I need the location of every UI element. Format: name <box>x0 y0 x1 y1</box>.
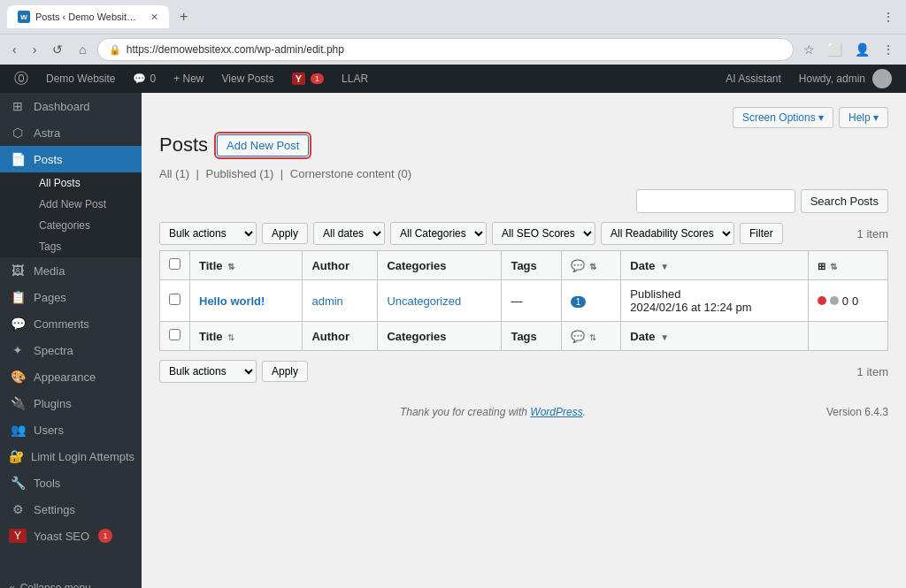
sidebar-item-users[interactable]: 👥 Users <box>0 416 142 443</box>
sidebar-item-tools[interactable]: 🔧 Tools <box>0 470 142 496</box>
all-posts-label: All Posts <box>39 177 81 189</box>
post-category-link[interactable]: Uncategorized <box>387 294 461 308</box>
reload-button[interactable]: ↺ <box>47 39 68 60</box>
search-posts-button[interactable]: Search Posts <box>801 189 888 213</box>
check-all-checkbox[interactable] <box>169 258 180 270</box>
check-all-column <box>160 251 190 280</box>
admin-bar-howdy[interactable]: Howdy, admin <box>790 65 901 93</box>
all-dates-select[interactable]: All dates <box>313 222 385 245</box>
sidebar-item-all-posts[interactable]: All Posts <box>32 172 142 194</box>
sidebar-item-tags[interactable]: Tags <box>32 236 142 257</box>
post-author-link[interactable]: admin <box>311 294 342 308</box>
browser-tab[interactable]: W Posts ‹ Demo Website — Wo... ✕ <box>7 5 169 28</box>
date-column-header[interactable]: Date ▼ <box>621 251 809 280</box>
comment-count-badge[interactable]: 1 <box>571 296 587 308</box>
sidebar-item-add-new-post[interactable]: Add New Post <box>32 194 142 215</box>
sidebar-limit-login-label: Limit Login Attempts <box>31 450 134 463</box>
tags-column-header: Tags <box>502 251 561 280</box>
browser-menu-icon[interactable]: ⋮ <box>878 6 899 27</box>
back-button[interactable]: ‹ <box>7 39 22 60</box>
sidebar-spectra-label: Spectra <box>34 344 73 357</box>
sidebar-item-yoast-seo[interactable]: Y Yoast SEO 1 <box>0 523 142 549</box>
sep2: | <box>280 167 287 180</box>
profile-icon[interactable]: 👤 <box>850 39 874 60</box>
sidebar-item-plugins[interactable]: 🔌 Plugins <box>0 390 142 416</box>
admin-bar-new[interactable]: + New <box>165 65 212 93</box>
filter-button[interactable]: Filter <box>740 223 783 244</box>
post-title-link[interactable]: Hello world! <box>199 294 265 308</box>
sidebar-item-posts[interactable]: 📄 Posts <box>0 146 142 172</box>
all-posts-filter[interactable]: All (1) <box>159 167 193 180</box>
all-seo-scores-select[interactable]: All SEO Scores <box>492 222 595 245</box>
sidebar-posts-label: Posts <box>34 153 63 166</box>
sidebar-item-limit-login[interactable]: 🔐 Limit Login Attempts <box>0 443 142 470</box>
sidebar-item-spectra[interactable]: ✦ Spectra <box>0 337 142 363</box>
top-controls: Screen Options ▾ Help ▾ <box>159 107 888 128</box>
bookmark-icon[interactable]: ☆ <box>799 39 819 60</box>
sidebar-pages-label: Pages <box>34 291 66 304</box>
page-title: Posts <box>159 134 208 157</box>
users-icon: 👥 <box>9 423 27 437</box>
close-tab-icon[interactable]: ✕ <box>150 11 158 23</box>
search-input[interactable] <box>636 189 795 213</box>
bulk-apply-bottom-button[interactable]: Apply <box>262 361 308 382</box>
footer-tags-label: Tags <box>511 330 536 343</box>
bulk-actions-bottom-select[interactable]: Bulk actions <box>159 360 257 383</box>
astra-icon: ⬡ <box>9 126 27 140</box>
llar-label: LLAR <box>342 73 368 85</box>
footer-date-cell[interactable]: Date ▼ <box>621 322 809 351</box>
author-header-label: Author <box>311 259 349 272</box>
all-readability-select[interactable]: All Readability Scores <box>601 222 734 245</box>
sidebar-item-media[interactable]: 🖼 Media <box>0 257 142 284</box>
comments-header-icon: 💬 <box>571 259 585 272</box>
published-filter[interactable]: Published (1) <box>206 167 277 180</box>
address-bar[interactable]: 🔒 https://demowebsitexx.com/wp-admin/edi… <box>97 38 794 61</box>
published-count: (1) <box>259 167 273 180</box>
footer-title-cell[interactable]: Title ⇅ <box>190 322 303 351</box>
bulk-apply-button[interactable]: Apply <box>262 223 308 244</box>
row-categories-cell: Uncategorized <box>378 280 502 322</box>
categories-header-label: Categories <box>387 259 446 272</box>
sidebar-collapse-button[interactable]: « Collapse menu <box>0 573 142 588</box>
comment-bubble-icon: 💬 <box>133 73 146 85</box>
footer-check-all[interactable] <box>169 329 180 340</box>
footer-author-cell: Author <box>303 322 378 351</box>
forward-button[interactable]: › <box>27 39 42 60</box>
cornerstone-filter[interactable]: Cornerstone content (0) <box>290 167 411 180</box>
tab-groups-icon[interactable]: ⬜ <box>823 39 847 60</box>
title-column-header[interactable]: Title ⇅ <box>190 251 303 280</box>
all-categories-select[interactable]: All Categories <box>390 222 487 245</box>
site-name-text: Demo Website <box>46 73 115 85</box>
author-column-header: Author <box>303 251 378 280</box>
posts-table: Title ⇅ Author Categories Tags <box>159 250 888 351</box>
admin-bar-ai-assistant[interactable]: AI Assistant <box>717 65 790 93</box>
sidebar-item-pages[interactable]: 📋 Pages <box>0 284 142 310</box>
sidebar-item-categories[interactable]: Categories <box>32 215 142 236</box>
extensions-icon[interactable]: ⋮ <box>878 39 899 60</box>
wordpress-link[interactable]: WordPress <box>530 406 582 418</box>
help-button[interactable]: Help ▾ <box>839 107 888 128</box>
count-value-1: 0 <box>842 294 848 308</box>
yoast-seo-icon: Y <box>9 529 27 543</box>
admin-bar-site-name[interactable]: Demo Website <box>37 65 124 93</box>
sidebar-item-settings[interactable]: ⚙ Settings <box>0 496 142 523</box>
published-label: Published <box>206 167 257 180</box>
sidebar-item-dashboard[interactable]: ⊞ Dashboard <box>0 93 142 119</box>
admin-bar-comments[interactable]: 💬 0 <box>124 65 165 93</box>
new-tab-button[interactable]: + <box>174 7 193 27</box>
sidebar-posts-submenu: All Posts Add New Post Categories Tags <box>0 172 142 257</box>
screen-options-button[interactable]: Screen Options ▾ <box>733 107 833 128</box>
row-checkbox[interactable] <box>169 294 180 305</box>
footer-comments-sort: ⇅ <box>589 332 596 342</box>
add-new-post-button[interactable]: Add New Post <box>217 134 309 157</box>
sidebar-item-appearance[interactable]: 🎨 Appearance <box>0 363 142 390</box>
admin-bar-view-posts[interactable]: View Posts <box>213 65 283 93</box>
admin-bar-llar[interactable]: LLAR <box>333 65 377 93</box>
sidebar-item-astra[interactable]: ⬡ Astra <box>0 119 142 146</box>
admin-bar-yoast[interactable]: Y 1 <box>283 65 333 93</box>
admin-bar-wp-logo[interactable]: ⓪ <box>5 65 37 93</box>
new-label: + New <box>173 73 203 85</box>
bulk-actions-select[interactable]: Bulk actions <box>159 222 257 245</box>
sidebar-item-comments[interactable]: 💬 Comments <box>0 310 142 337</box>
home-button[interactable]: ⌂ <box>73 39 91 60</box>
